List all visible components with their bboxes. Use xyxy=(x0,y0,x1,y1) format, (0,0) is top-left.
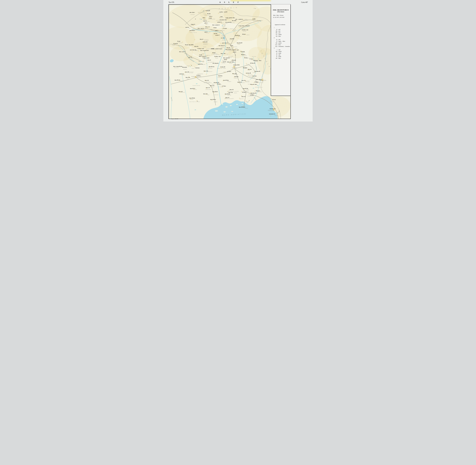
apparato-item-number: 80a xyxy=(274,32,277,33)
apparato-item-word: şork xyxy=(279,31,280,32)
apparato-item-word: şork xyxy=(279,32,280,33)
apparato-item-word: bláva xyxy=(279,36,281,37)
apparato-item: 138bláva xyxy=(274,35,291,37)
apparato-item-number: 2 xyxy=(274,49,277,50)
apparato-item-number: 70 xyxy=(274,41,277,42)
apparato-item: 91śartúk xyxy=(274,56,291,57)
apparato-item: 68aşork xyxy=(274,30,291,32)
table-number: Tav 676 xyxy=(169,1,174,3)
apparato-item-word: sartúk xyxy=(279,53,281,54)
apparato-item-word: sǫrk xyxy=(279,49,280,50)
atlas-title: A S L E F xyxy=(219,1,240,3)
map-number: Carta 497 xyxy=(301,1,308,3)
apparato-item: 80aşork xyxy=(274,32,291,34)
apparato-item-number: 68a xyxy=(274,31,277,32)
apparato-item-number: 91 xyxy=(274,56,277,57)
apparato-item-number: 9a xyxy=(274,39,277,40)
questionnaire-reference: Q. ALI 3673, AIS 1463 xyxy=(273,17,291,18)
apparato-item: 19bsartúrk xyxy=(274,51,291,52)
apparato-item-word: sǭrk xyxy=(279,54,280,55)
apparato-item: 9aşork xyxy=(274,39,291,41)
lemma-title: 3326. GRANOTURCO xyxy=(272,9,290,11)
apparato-item-number: 212a xyxy=(274,44,277,45)
apparato-group-symbol: S xyxy=(274,47,291,49)
apparato-item-word: bláva xyxy=(279,44,281,45)
apparato-item: 212abláva xyxy=(274,44,291,46)
lemma-latin: (Zea mays) xyxy=(271,11,291,12)
apparato-group-symbol: ○ xyxy=(274,27,291,29)
apparato-item-number: 223a xyxy=(274,46,277,47)
apparato-item-word: sartúrk xyxy=(279,51,281,52)
apparato-item-word: formentuóņ — formentóņ xyxy=(279,46,290,47)
apparato-item: 209bįáva xyxy=(274,57,291,59)
apparato-item-word: śartúk xyxy=(279,56,281,57)
apparato-item-word: şork xyxy=(279,29,280,30)
apparato-item: 92bşartúrk xyxy=(274,42,291,44)
apparato-item: 223aformentuóņ — formentóņ xyxy=(274,46,291,47)
apparato-item-number: 209 xyxy=(274,58,277,59)
apparato-item-word: bįáva xyxy=(279,58,281,59)
apparato-item-number: 20 xyxy=(274,53,277,54)
apparato-item-number: 92b xyxy=(274,42,277,43)
lemma-translations: Maïs - Mais - Koruza xyxy=(273,15,291,16)
apparato-item: 26şork xyxy=(274,29,291,30)
apparato-item: 70sįęrák — bláve xyxy=(274,41,291,42)
scale-note: Scala 1: 300.000 xyxy=(171,118,178,119)
page-header: Tav 676 A S L E F Carta 497 xyxy=(163,1,313,4)
apparato-item-number: 83 xyxy=(274,54,277,55)
apparato-group-symbol: P xyxy=(274,37,291,39)
apparato-item: 2sǫrk xyxy=(274,49,291,51)
apparato-list: ○26şork68aşork80aşork122śultúrk138blávaP… xyxy=(274,27,291,59)
apparato-item: 83sǭrk xyxy=(274,54,291,56)
apparato-item-word: şork xyxy=(279,39,280,40)
scan-highlight xyxy=(231,0,271,1)
apparato-title: Apparato di confronto xyxy=(275,24,291,25)
apparato-item-word: sįęrák — bláve xyxy=(279,41,285,42)
apparato-item-word: şartúrk xyxy=(279,42,281,43)
apparato-item-number: 138 xyxy=(274,36,277,37)
legend-panel: 3326. GRANOTURCO (Zea mays) Maïs - Mais … xyxy=(271,4,291,96)
apparato-item: 122śultúrk xyxy=(274,34,291,35)
apparato-item-number: 19b xyxy=(274,51,277,52)
atlas-sheet: Tav 676 A S L E F Carta 497 xyxy=(163,0,313,122)
apparato-item: 20sartúk xyxy=(274,52,291,54)
apparato-item-number: 26 xyxy=(274,29,277,30)
apparato-item-number: 122 xyxy=(274,34,277,35)
apparato-item-word: śultúrk xyxy=(279,34,281,35)
